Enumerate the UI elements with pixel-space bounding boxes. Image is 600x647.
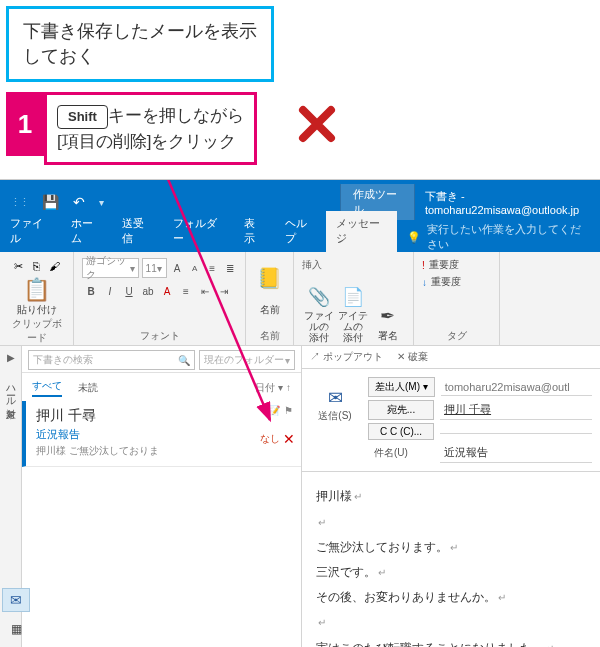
tags-group-label: タグ <box>422 329 491 343</box>
cc-value[interactable] <box>440 429 592 434</box>
discard-button[interactable]: ✕ 破棄 <box>397 350 428 364</box>
search-input[interactable]: 下書きの検索🔍 <box>28 350 195 370</box>
importance-low[interactable]: ↓重要度 <box>422 275 491 289</box>
msg-subject: 近況報告 <box>36 427 293 442</box>
save-icon[interactable]: 💾 <box>42 194 59 210</box>
msg-preview: 押川様 ご無沙汰しておりま <box>36 444 293 458</box>
font-size-select[interactable]: 11▾ <box>142 258 167 278</box>
font-color[interactable]: A <box>158 281 176 301</box>
window-title: 下書き - tomoharu22misawa@outlook.jp <box>415 189 600 216</box>
insert-group-label: 挿入 <box>302 258 322 272</box>
font-name-select[interactable]: 游ゴシック ▾ <box>82 258 139 278</box>
popout-button[interactable]: ↗ ポップアウト <box>310 350 383 364</box>
message-body[interactable]: 押川様 ご無沙汰しております。三沢です。その後、お変わりありませんか。 実はこの… <box>302 472 600 647</box>
underline[interactable]: U <box>120 281 138 301</box>
tab-sendrecv[interactable]: 送受信 <box>112 211 163 252</box>
name-group-label: 名前 <box>260 329 280 343</box>
step-instruction: Shiftキーを押しながら [項目の削除]をクリック <box>44 92 257 165</box>
indent-l[interactable]: ⇤ <box>196 281 214 301</box>
tab-help[interactable]: ヘルプ <box>275 211 326 252</box>
to-value[interactable]: 押川 千尋 <box>440 400 592 420</box>
edit-draft-icon[interactable]: 📝 <box>268 405 280 416</box>
step-text-1: キーを押しながら <box>108 106 244 125</box>
send-icon: ✉ <box>328 387 343 409</box>
send-button[interactable]: ✉ 送信(S) <box>310 387 360 463</box>
list-item[interactable]: 📝⚑ 押川 千尋 近況報告 押川様 ご無沙汰しておりま なし ✕ <box>22 401 301 467</box>
addressbook-icon[interactable]: 📒 <box>257 266 282 290</box>
sidebar-vtext: ハール対象 <box>4 379 18 401</box>
bold[interactable]: B <box>82 281 100 301</box>
tab-view[interactable]: 表示 <box>234 211 275 252</box>
tell-me-text: 実行したい作業を入力してください <box>427 222 590 252</box>
numbers[interactable]: ≣ <box>222 258 237 278</box>
tab-file[interactable]: ファイル <box>0 211 61 252</box>
nav-calendar-icon[interactable]: ▦ <box>11 622 22 636</box>
nav-mail-icon[interactable]: ✉ <box>2 588 30 612</box>
message-list: 下書きの検索🔍 現在のフォルダー▾ すべて 未読 日付 ▾ ↑ 📝⚑ 押川 千尋… <box>22 346 302 647</box>
tab-message[interactable]: メッセージ <box>326 211 397 252</box>
flag-icon[interactable]: ⚑ <box>284 405 293 416</box>
subject-label: 件名(U) <box>368 444 434 462</box>
clipboard-group-label: クリップボード <box>8 317 65 345</box>
cc-button[interactable]: C C (C)... <box>368 423 434 440</box>
sig-icon: ✒ <box>380 305 395 327</box>
fmtpaint-icon[interactable]: 🖌 <box>47 258 63 274</box>
msg-date-none: なし <box>260 432 280 446</box>
delete-item-icon[interactable]: ✕ <box>283 431 295 447</box>
filter-all[interactable]: すべて <box>32 379 62 397</box>
ribbon: ✂ ⎘ 🖌 📋 貼り付け クリップボード 游ゴシック ▾ 11▾ A A ≡ <box>0 252 600 346</box>
bulb-icon: 💡 <box>407 231 421 244</box>
from-button[interactable]: 差出人(M) ▾ <box>368 377 435 397</box>
italic[interactable]: I <box>101 281 119 301</box>
to-button[interactable]: 宛先... <box>368 400 434 420</box>
subject-value[interactable]: 近況報告 <box>440 443 592 463</box>
indent-r[interactable]: ⇥ <box>215 281 233 301</box>
msg-recipient: 押川 千尋 <box>36 407 293 425</box>
tab-folder[interactable]: フォルダー <box>163 211 234 252</box>
callout-note: 下書き保存したメールを表示しておく <box>6 6 274 82</box>
importance-high[interactable]: !重要度 <box>422 258 491 272</box>
grow-font[interactable]: A <box>170 258 185 278</box>
paste-label: 貼り付け <box>17 303 57 317</box>
font-group-label: フォント <box>82 329 237 343</box>
names-label: 名前 <box>260 303 280 317</box>
shrink-font[interactable]: A <box>187 258 202 278</box>
cut-icon[interactable]: ✂ <box>11 258 27 274</box>
align[interactable]: ≡ <box>177 281 195 301</box>
delete-x-icon <box>287 96 347 151</box>
item-icon: 📄 <box>342 286 364 308</box>
bullets[interactable]: ≡ <box>205 258 220 278</box>
folder-select[interactable]: 現在のフォルダー▾ <box>199 350 295 370</box>
ribbon-tabs: ファイル ホーム 送受信 フォルダー 表示 ヘルプ メッセージ 💡 実行したい作… <box>0 224 600 252</box>
tab-home[interactable]: ホーム <box>61 211 112 252</box>
reading-pane: ↗ ポップアウト ✕ 破棄 ✉ 送信(S) 差出人(M) ▾ tomoharu2… <box>302 346 600 647</box>
filter-unread[interactable]: 未読 <box>78 381 98 395</box>
tell-me[interactable]: 💡 実行したい作業を入力してください <box>397 222 600 252</box>
paste-button[interactable]: 📋 貼り付け <box>17 277 57 317</box>
undo-icon[interactable]: ↶ <box>73 194 85 210</box>
paste-icon: 📋 <box>23 277 50 303</box>
highlight[interactable]: ab <box>139 281 157 301</box>
signature-button[interactable]: ✒ 署名 <box>371 258 405 343</box>
attach-item-button[interactable]: 📄 アイテムの 添付 <box>336 258 370 343</box>
search-icon: 🔍 <box>178 355 190 366</box>
more-qa-icon[interactable]: ▾ <box>99 197 104 208</box>
step-text-2: [項目の削除]をクリック <box>57 132 236 151</box>
from-value: tomoharu22misawa@outl <box>441 379 592 396</box>
sort-label[interactable]: 日付 ▾ ↑ <box>255 381 291 395</box>
expand-icon[interactable]: ▶ <box>7 352 15 363</box>
copy-icon[interactable]: ⎘ <box>29 258 45 274</box>
grip-icon: ⋮⋮ <box>10 196 28 209</box>
clip-icon: 📎 <box>308 286 330 308</box>
step-number: 1 <box>6 92 44 156</box>
shift-key: Shift <box>57 105 108 129</box>
